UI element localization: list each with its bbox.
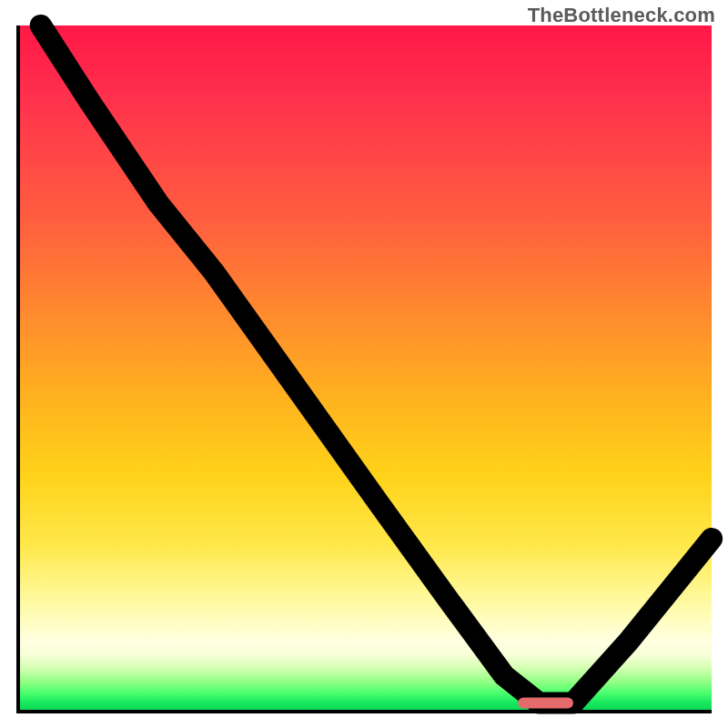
bottleneck-curve bbox=[41, 25, 712, 703]
plot-area bbox=[16, 25, 712, 713]
optimum-marker bbox=[518, 697, 573, 708]
curve-layer bbox=[20, 25, 712, 710]
watermark-text: TheBottleneck.com bbox=[528, 4, 715, 27]
chart-container: TheBottleneck.com bbox=[0, 0, 728, 728]
